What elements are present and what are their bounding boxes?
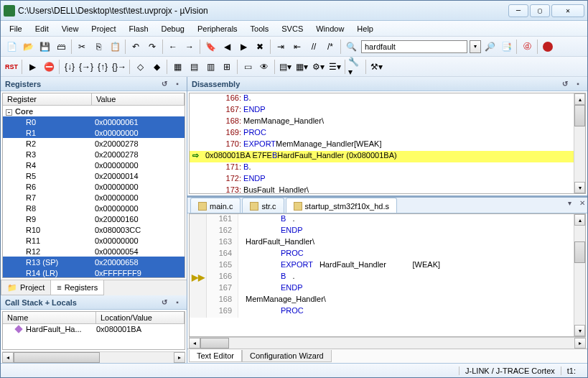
reset-icon[interactable]: RST: [4, 59, 19, 75]
copy-icon[interactable]: ⎘: [90, 39, 106, 55]
bookmark-clear-icon[interactable]: ✖: [252, 39, 268, 55]
disasm-line[interactable]: 167: ENDP: [190, 105, 585, 116]
editor-line[interactable]: 165 EXPORT HardFault_Handler [WEAK]: [190, 260, 585, 272]
tab-text-editor[interactable]: Text Editor: [189, 350, 242, 362]
register-row[interactable]: R80x00000000: [3, 203, 185, 213]
tools-dropdown[interactable]: 🔧▾: [347, 59, 363, 75]
editor-dropdown-icon[interactable]: ▾: [564, 198, 574, 208]
editor-body[interactable]: 161 B .162 ENDP 163HardFault_Handler\164…: [189, 213, 586, 337]
register-row[interactable]: R100x080003CC: [3, 224, 185, 235]
record-icon[interactable]: [540, 39, 556, 55]
scroll-left-icon[interactable]: ◂: [2, 352, 14, 363]
disasm-line[interactable]: 168: MemManage_Handler\: [190, 116, 585, 128]
watch-icon[interactable]: 👁: [256, 59, 272, 75]
register-row[interactable]: R10x00000000: [3, 127, 185, 138]
editor-close-icon[interactable]: ✕: [577, 198, 587, 208]
tab-startup[interactable]: startup_stm32f10x_hd.s: [286, 198, 397, 213]
scroll-right-icon[interactable]: ▸: [174, 352, 185, 363]
maximize-button[interactable]: ▢: [530, 4, 550, 17]
scroll-right-icon[interactable]: ▸: [574, 338, 586, 349]
menu-project[interactable]: Project: [85, 23, 121, 34]
save-icon[interactable]: 💾: [37, 39, 52, 55]
disasm-body[interactable]: 166: B .167: ENDP 168: MemManage_Handler…: [189, 93, 586, 194]
disasm-line[interactable]: 171: B .: [190, 162, 585, 174]
window-1-icon[interactable]: ▦: [169, 59, 185, 75]
disasm-line[interactable]: 169: PROC: [190, 128, 585, 139]
find-icon[interactable]: 🔍: [343, 39, 359, 55]
editor-line[interactable]: 167 ENDP: [190, 283, 585, 295]
debug-icon[interactable]: ⓓ: [519, 39, 535, 55]
register-row[interactable]: R14 (LR)0xFFFFFFF9: [3, 267, 185, 278]
find-next-icon[interactable]: 🔎: [482, 39, 498, 55]
comment-icon[interactable]: //: [306, 39, 322, 55]
register-row[interactable]: R90x20000160: [3, 213, 185, 224]
menu-view[interactable]: View: [56, 23, 85, 34]
register-row[interactable]: R13 (SP)0x20000658: [3, 257, 185, 267]
editor-vscroll[interactable]: ▴ ▾: [574, 214, 585, 336]
cs-col-name[interactable]: Name: [3, 312, 96, 323]
reg-col-name[interactable]: Register: [3, 93, 92, 105]
tab-project[interactable]: 📁 Project: [1, 280, 51, 295]
editor-line[interactable]: 169 PROC: [190, 306, 585, 318]
disasm-line[interactable]: ⇨0x080001BA E7FE B HardFault_Handler (0x…: [190, 151, 585, 162]
find-in-files-icon[interactable]: 📑: [498, 39, 514, 55]
save-all-icon[interactable]: 🗃: [53, 39, 69, 55]
reg-tree-core[interactable]: -Core: [3, 106, 185, 116]
menu-svcs[interactable]: SVCS: [276, 23, 309, 34]
bookmark-icon[interactable]: 🔖: [202, 39, 218, 55]
minimize-button[interactable]: ─: [508, 4, 528, 17]
menu-edit[interactable]: Edit: [29, 23, 55, 34]
scroll-left-icon[interactable]: ◂: [189, 338, 200, 349]
undo-icon[interactable]: ↶: [128, 39, 144, 55]
cut-icon[interactable]: ✂: [74, 39, 90, 55]
menu-tools[interactable]: Tools: [245, 23, 275, 34]
disasm-vscroll[interactable]: ▴ ▾: [574, 93, 585, 193]
step-out-icon[interactable]: {↑}: [95, 59, 111, 75]
window-3-icon[interactable]: ▥: [202, 59, 218, 75]
tab-registers[interactable]: ≡ Registers: [50, 280, 104, 295]
panel-menu-icon[interactable]: ↺: [159, 79, 169, 89]
disable-bp-icon[interactable]: ◆: [149, 59, 164, 75]
editor-line[interactable]: 161 B .: [190, 214, 585, 226]
bookmark-prev-icon[interactable]: ◀: [219, 39, 235, 55]
register-row[interactable]: R120x00000054: [3, 246, 185, 257]
search-dropdown[interactable]: ▾: [470, 40, 481, 53]
stop-icon[interactable]: ⛔: [41, 59, 57, 75]
scroll-thumb[interactable]: [200, 338, 229, 349]
menu-file[interactable]: File: [4, 23, 28, 34]
step-in-icon[interactable]: {↓}: [62, 59, 78, 75]
nav-fwd-icon[interactable]: →: [182, 39, 197, 55]
scroll-thumb[interactable]: [574, 105, 585, 126]
paste-icon[interactable]: 📋: [107, 39, 123, 55]
editor-line[interactable]: ▶▶166 B .: [190, 272, 585, 283]
register-row[interactable]: R50x20000014: [3, 170, 185, 181]
close-button[interactable]: ✕: [551, 4, 584, 17]
editor-line[interactable]: 164 PROC: [190, 249, 585, 260]
editor-hscroll[interactable]: ◂ ▸: [189, 337, 586, 349]
cs-close-icon[interactable]: ▪: [172, 298, 182, 308]
search-input[interactable]: [361, 40, 467, 53]
disasm-menu-icon[interactable]: ↺: [560, 79, 570, 89]
editor-line[interactable]: 163HardFault_Handler\: [190, 237, 585, 249]
register-row[interactable]: R40x00000000: [3, 160, 185, 170]
scroll-thumb[interactable]: [14, 352, 100, 363]
step-over-icon[interactable]: {→}: [78, 59, 94, 75]
disasm-line[interactable]: 173: BusFault_Handler\: [190, 185, 585, 194]
register-row[interactable]: R70x00000000: [3, 192, 185, 203]
menu-peripherals[interactable]: Peripherals: [192, 23, 243, 34]
register-row[interactable]: R20x20000278: [3, 138, 185, 149]
uncomment-icon[interactable]: /*: [322, 39, 338, 55]
run-icon[interactable]: ▶: [24, 59, 40, 75]
disasm-line[interactable]: 166: B .: [190, 93, 585, 105]
menu-help[interactable]: Help: [351, 23, 379, 34]
bookmark-next-icon[interactable]: ▶: [235, 39, 251, 55]
tab-str-c[interactable]: str.c: [242, 198, 284, 213]
open-file-icon[interactable]: 📂: [20, 39, 36, 55]
cs-menu-icon[interactable]: ↺: [159, 298, 169, 308]
system-dropdown[interactable]: ⚙▾: [310, 59, 326, 75]
editor-line[interactable]: 162 ENDP: [190, 226, 585, 237]
memory-icon[interactable]: ▭: [240, 59, 256, 75]
disasm-close-icon[interactable]: ▪: [573, 79, 583, 89]
register-row[interactable]: R60x00000000: [3, 181, 185, 192]
event-dropdown[interactable]: ☰▾: [327, 59, 342, 75]
